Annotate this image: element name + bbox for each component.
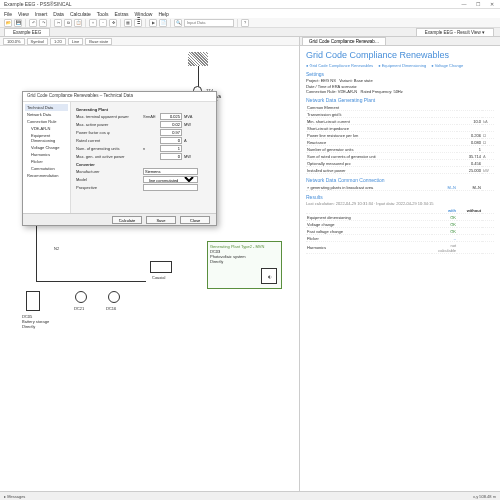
status-coords: x,y 508.48 m [473,494,496,499]
tree-harmonics[interactable]: Harmonics [25,151,68,158]
maximize-icon[interactable]: ☐ [474,1,482,7]
menu-insert[interactable]: Insert [35,11,48,17]
menubar: File View Insert Data Calculate Tools Ex… [0,9,500,18]
generating-plant-box[interactable]: Generating Plant Type2 - MVN DC03 Photov… [207,241,282,289]
coaxial-symbol[interactable] [150,261,172,273]
calculate-button[interactable]: Calculate [112,216,142,224]
tool-undo-icon[interactable]: ↶ [29,19,37,27]
lbl-cosphi: Power factor cos φ [76,130,141,135]
results-timestamp: Last calculation: 2022-04-29 10:31:34 · … [306,201,494,206]
lbl-pmaxunit: Max. gen. unit active power [76,154,141,159]
tree-network-data[interactable]: Network Data [25,111,68,118]
link-vchange[interactable]: ● Voltage Change [431,63,463,68]
menu-extras[interactable]: Extras [114,11,128,17]
main-toolbar: 📂 💾 ↶ ↷ ✂ ⧉ 📋 ＋ － ✥ ▦ ≣ ▶ 📄 🔍 ? [0,18,500,28]
tool-find-icon[interactable]: 🔍 [174,19,182,27]
tab-result-view[interactable]: Example EEG - Result View ▾ [416,28,494,36]
status-messages[interactable]: ▸ Messages [4,494,25,499]
section-ndce: Network Data Common Connection [306,177,494,183]
lbl-srmae: Max. terminal apparent power [76,114,141,119]
input-cosphi[interactable] [160,129,182,136]
section-ndgp: Network Data Generating Plant [306,97,494,103]
tree-vde-arn[interactable]: VDE-AR-N [25,125,68,132]
tool-grid-icon[interactable]: ▦ [124,19,132,27]
dc05-symbol[interactable] [26,291,40,311]
results-panel: Grid Code Compliance Renewab… Grid Code … [300,37,500,491]
menu-help[interactable]: Help [158,11,168,17]
label-coaxial: Coaxial [152,275,165,280]
tree-technical-data[interactable]: Technical Data [25,104,68,111]
results-heading: Grid Code Compliance Renewables [306,50,494,60]
label-dc05: DC05 Battery storage Directly [22,314,49,329]
close-button[interactable]: Close [180,216,210,224]
input-pmaxunit[interactable] [160,153,182,160]
tool-pan-icon[interactable]: ✥ [109,19,117,27]
section-settings: Settings [306,71,494,77]
tab-example-eeg[interactable]: Example EEG [4,28,50,36]
menu-data[interactable]: Data [53,11,64,17]
zoom-combo[interactable]: 100.0% [3,38,25,45]
section-gen-plant: Generating Plant [76,107,211,112]
lbl-pmax: Max. active power [76,122,141,127]
menu-calculate[interactable]: Calculate [70,11,91,17]
gen-box-line3: Directly [210,259,279,264]
ndgp-table: Common Element Transmission grid k Min. … [306,104,494,174]
input-pmax[interactable] [160,121,182,128]
tool-copy-icon[interactable]: ⧉ [64,19,72,27]
tree-recommendation[interactable]: Recommendation [25,172,68,179]
window-title: Example EEG - PSS®SINCAL [4,1,72,7]
dialog-title: Grid Code Compliance Renewables – Techni… [23,92,216,102]
tool-cut-icon[interactable]: ✂ [54,19,62,27]
tool-redo-icon[interactable]: ↷ [39,19,47,27]
tool-help-icon[interactable]: ? [241,19,249,27]
pv-icon: ◐ [261,268,277,284]
tree-flicker[interactable]: Flicker [25,158,68,165]
link-equip[interactable]: ● Equipment Dimensioning [378,63,426,68]
tool-zoom-out-icon[interactable]: － [99,19,107,27]
dc16-symbol[interactable] [108,291,120,303]
label-dc16: DC16 [106,306,116,311]
menu-window[interactable]: Window [135,11,153,17]
external-grid-symbol[interactable] [188,52,208,66]
diagram-canvas[interactable]: 100.0% Symbol 1:20 Line Base state TT4 0… [0,37,300,491]
lbl-irated: Rated current [76,138,141,143]
lbl-manuf: Manufacturer [76,169,141,174]
input-irated[interactable] [160,137,182,144]
menu-view[interactable]: View [18,11,29,17]
input-manuf[interactable] [143,168,198,175]
toolbar-search-input[interactable] [184,19,234,27]
input-prospective[interactable] [143,184,198,191]
results-tab[interactable]: Grid Code Compliance Renewab… [302,37,386,45]
input-srmae[interactable] [160,113,182,120]
minimize-icon[interactable]: — [460,1,468,7]
label-dc21: DC21 [74,306,84,311]
menu-tools[interactable]: Tools [97,11,109,17]
state-combo[interactable]: Base state [85,38,112,45]
symbol-mode[interactable]: Symbol [27,38,48,45]
tool-report-icon[interactable]: 📄 [159,19,167,27]
line-mode[interactable]: Line [68,38,84,45]
menu-file[interactable]: File [4,11,12,17]
input-nunits[interactable] [160,145,182,152]
lbl-model: Model [76,177,141,182]
tree-voltage-change[interactable]: Voltage Change [25,144,68,151]
link-gcc[interactable]: ● Grid Code Compliance Renewables [306,63,373,68]
tool-layers-icon[interactable]: ≣ [134,19,142,27]
tool-run-icon[interactable]: ▶ [149,19,157,27]
lbl-prospective: Prospective [76,185,141,190]
save-button[interactable]: Save [146,216,176,224]
tool-zoom-in-icon[interactable]: ＋ [89,19,97,27]
dc21-symbol[interactable] [75,291,87,303]
close-icon[interactable]: ✕ [488,1,496,7]
tool-open-icon[interactable]: 📂 [4,19,12,27]
scale-combo[interactable]: 1:20 [50,38,66,45]
tree-connection-rule[interactable]: Connection Rule [25,118,68,125]
tree-equip-dim[interactable]: Equipment Dimensioning [25,132,68,144]
technical-data-dialog: Grid Code Compliance Renewables – Techni… [22,91,217,226]
results-table: withwithout Equipment dimensioningOK Vol… [306,207,494,254]
select-model[interactable]: line commutated [143,176,198,183]
tool-save-icon[interactable]: 💾 [14,19,22,27]
tool-paste-icon[interactable]: 📋 [74,19,82,27]
tree-commutation[interactable]: Commutation [25,165,68,172]
ndce-table: × generating plants in broadcast areaM–N… [306,184,494,191]
